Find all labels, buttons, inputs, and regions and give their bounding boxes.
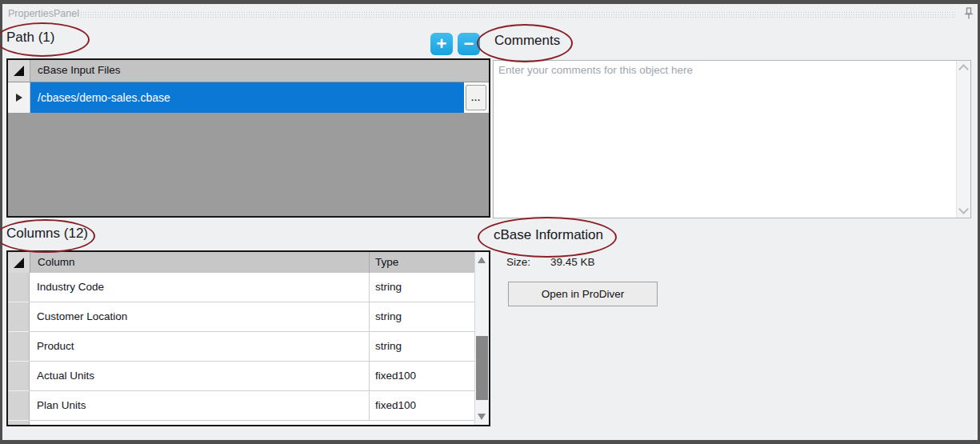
- path-grid-header-row: cBase Input Files: [8, 60, 489, 82]
- columns-table: Column Type Industry Code string Custome…: [6, 250, 490, 426]
- scroll-up-icon[interactable]: [958, 64, 969, 74]
- type-cell: fixed100: [370, 391, 474, 421]
- type-cell: fixed100: [370, 362, 474, 391]
- table-row[interactable]: Customer Location string: [8, 302, 474, 332]
- path-grid: cBase Input Files /cbases/demo-sales.cba…: [6, 58, 490, 218]
- browse-button[interactable]: ...: [466, 85, 486, 110]
- open-in-prodiver-button[interactable]: Open in ProDiver: [508, 282, 658, 306]
- current-row-icon: [16, 94, 22, 102]
- column-cell: Industry Code: [30, 273, 370, 302]
- column-cell: Customer Location: [30, 302, 370, 332]
- size-value: 39.45 KB: [550, 256, 595, 268]
- row-selector-cell[interactable]: [8, 82, 30, 113]
- table-row[interactable]: Product string: [8, 332, 474, 362]
- scroll-down-icon[interactable]: [478, 414, 486, 420]
- minus-icon: −: [464, 34, 474, 54]
- comments-box: [493, 60, 971, 218]
- select-all-cell[interactable]: [8, 60, 30, 82]
- comments-input[interactable]: [494, 61, 956, 216]
- type-header[interactable]: Type: [370, 252, 489, 273]
- column-cell: Plan Units: [30, 391, 370, 421]
- type-cell: string: [370, 273, 474, 302]
- row-selector-cell[interactable]: [8, 362, 30, 391]
- scroll-up-icon[interactable]: [478, 257, 486, 263]
- plus-icon: +: [437, 34, 447, 54]
- table-row[interactable]: Industry Code string: [8, 273, 474, 302]
- table-row[interactable]: Plan Units fixed100: [8, 391, 474, 421]
- path-section-label: Path (1): [6, 30, 54, 46]
- column-header[interactable]: Column: [30, 252, 370, 273]
- partial-row: [8, 421, 474, 425]
- comments-section-label: Comments: [494, 33, 560, 49]
- row-selector-cell[interactable]: [8, 302, 30, 332]
- size-label: Size:: [506, 256, 530, 268]
- row-selector-cell[interactable]: [8, 273, 30, 302]
- cbase-info-section-label: cBase Information: [494, 227, 603, 243]
- column-cell: Product: [30, 332, 370, 362]
- select-all-icon: [14, 258, 24, 268]
- pin-icon[interactable]: [962, 6, 976, 21]
- type-cell: string: [370, 302, 474, 332]
- panel-title: PropertiesPanel: [8, 8, 79, 19]
- type-cell: string: [370, 332, 474, 362]
- columns-section-label: Columns (12): [6, 226, 88, 242]
- add-path-button[interactable]: +: [430, 33, 453, 55]
- remove-path-button[interactable]: −: [458, 33, 480, 55]
- row-selector-cell[interactable]: [8, 332, 30, 362]
- scroll-down-icon[interactable]: [958, 204, 969, 214]
- table-row[interactable]: Actual Units fixed100: [8, 362, 474, 391]
- path-grid-column-header[interactable]: cBase Input Files: [30, 60, 489, 82]
- properties-panel: PropertiesPanel Path (1) Comments Column…: [0, 0, 980, 444]
- column-cell: Actual Units: [30, 362, 370, 391]
- columns-table-scrollbar[interactable]: [474, 252, 489, 425]
- partial-row-selector: [8, 421, 30, 425]
- path-grid-row: /cbases/demo-sales.cbase ...: [8, 82, 489, 113]
- comments-scrollbar[interactable]: [956, 61, 970, 218]
- columns-table-header-row: Column Type: [8, 252, 489, 274]
- select-all-cell[interactable]: [8, 252, 30, 273]
- title-grip-texture: [80, 11, 957, 18]
- select-all-icon: [14, 66, 24, 76]
- row-selector-cell[interactable]: [8, 391, 30, 421]
- scrollbar-thumb[interactable]: [476, 336, 488, 400]
- cbase-path-cell[interactable]: /cbases/demo-sales.cbase: [30, 82, 464, 113]
